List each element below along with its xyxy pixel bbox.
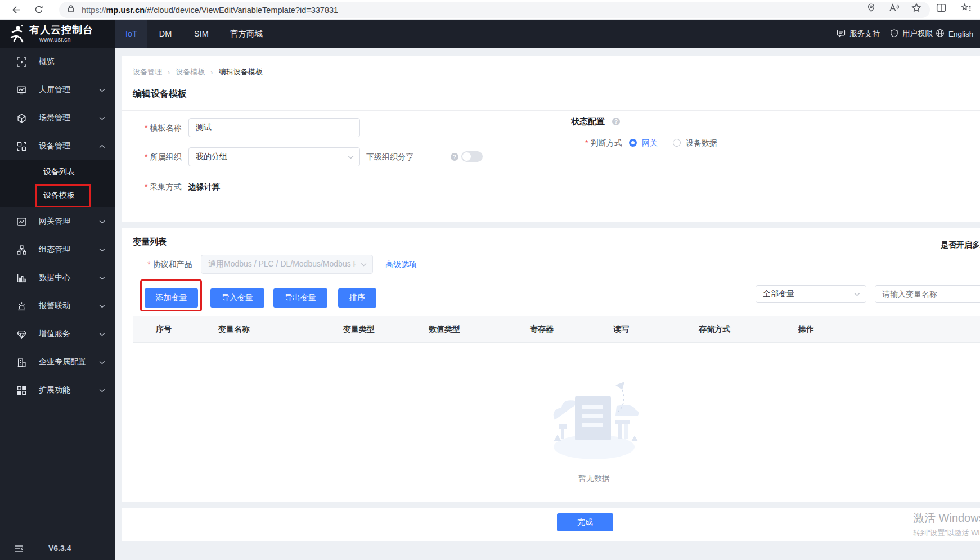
- sidebar-item-gateway-mgmt[interactable]: 网关管理: [0, 207, 115, 236]
- tab-dm[interactable]: DM: [151, 20, 180, 48]
- watermark-line1: 激活 Windows: [913, 511, 980, 526]
- alarm-icon: [17, 301, 26, 311]
- device-icon: [17, 142, 26, 151]
- col-actions: 操作: [798, 316, 814, 343]
- breadcrumb-current: 编辑设备模板: [219, 67, 263, 77]
- globe-icon: [936, 29, 945, 39]
- overview-icon: [17, 57, 26, 67]
- chevron-down-icon: [361, 263, 367, 267]
- export-variable-button[interactable]: 导出变量: [273, 288, 327, 308]
- breadcrumb-separator: ›: [168, 68, 170, 76]
- chevron-down-icon: [99, 304, 105, 308]
- chevron-down-icon: [99, 360, 105, 364]
- table-header-row: 序号 变量名称 变量类型 数值类型 寄存器 读写 存储方式 操作: [133, 316, 980, 343]
- collapse-sidebar-icon[interactable]: [15, 545, 24, 554]
- app-top-nav: 有人云控制台 www.usr.cn IoT DM SIM 官方商城 服务支持 用…: [0, 20, 980, 48]
- col-value-type: 数值类型: [429, 316, 460, 343]
- refresh-icon[interactable]: [32, 2, 46, 17]
- chevron-down-icon: [99, 332, 105, 336]
- variable-list-title: 变量列表: [133, 237, 167, 247]
- grid-squares-icon: [17, 386, 26, 395]
- sidebar: 概览 大屏管理 场景管理 设备管理 设备列表 设备模板 网关管理 组态: [0, 48, 115, 560]
- big-screen-icon: [17, 85, 26, 95]
- user-permissions-menu[interactable]: 用户权限: [890, 20, 933, 48]
- status-config-title: 状态配置: [571, 116, 605, 127]
- template-name-label: *模板名称: [145, 123, 181, 133]
- read-aloud-icon[interactable]: [889, 3, 900, 14]
- template-info-panel: 设备管理 › 设备模板 › 编辑设备模板 编辑设备模板 *模板名称 *所属组织 …: [122, 56, 980, 222]
- chevron-down-icon: [854, 292, 860, 296]
- lock-icon[interactable]: [67, 4, 78, 16]
- back-icon[interactable]: [8, 2, 23, 17]
- address-bar[interactable]: https://mp.usr.cn/#/cloud/device/ViewEdi…: [59, 2, 930, 18]
- radio-device-data[interactable]: [673, 139, 681, 147]
- sidebar-item-device-mgmt[interactable]: 设备管理: [0, 132, 115, 160]
- gem-shield-icon: [17, 329, 26, 339]
- sidebar-item-device-template[interactable]: 设备模板: [0, 184, 115, 207]
- collect-mode-value: 边缘计算: [188, 182, 220, 192]
- variable-search-input[interactable]: [875, 285, 980, 303]
- bar-chart-icon: [17, 273, 26, 283]
- language-menu[interactable]: English: [936, 20, 973, 48]
- variable-filter-select[interactable]: 全部变量: [756, 285, 866, 303]
- toggle-knob: [462, 152, 471, 161]
- device-mgmt-submenu: 设备列表 设备模板: [0, 160, 115, 207]
- add-variable-button[interactable]: 添加变量: [145, 288, 198, 308]
- sidebar-item-data-center[interactable]: 数据中心: [0, 264, 115, 292]
- tab-sim[interactable]: SIM: [185, 20, 218, 48]
- favorites-hub-icon[interactable]: [961, 3, 972, 14]
- radio-gateway[interactable]: [629, 139, 637, 147]
- org-label: *所属组织: [145, 152, 181, 162]
- done-button[interactable]: 完成: [557, 513, 613, 531]
- gateway-icon: [17, 217, 26, 227]
- building-icon: [17, 358, 26, 367]
- app-window: https://mp.usr.cn/#/cloud/device/ViewEdi…: [0, 0, 980, 560]
- sidebar-item-alarm-linkage[interactable]: 报警联动: [0, 292, 115, 320]
- service-support-menu[interactable]: 服务支持: [837, 20, 880, 48]
- tab-iot[interactable]: IoT: [115, 20, 147, 48]
- chevron-down-icon: [99, 88, 105, 92]
- variable-list-panel: 变量列表 是否开启多从 *协议和产品 通用Modbus / PLC / DL/M…: [122, 228, 980, 502]
- tab-official-mall[interactable]: 官方商城: [224, 20, 269, 48]
- chevron-down-icon: [99, 276, 105, 280]
- sidebar-item-enterprise-config[interactable]: 企业专属配置: [0, 348, 115, 376]
- sort-button[interactable]: 排序: [338, 288, 376, 308]
- col-index: 序号: [156, 316, 172, 343]
- col-variable-name: 变量名称: [218, 316, 250, 343]
- sidebar-item-overview[interactable]: 概览: [0, 48, 115, 76]
- protocol-label: *协议和产品: [147, 260, 192, 270]
- favorite-star-icon[interactable]: [911, 3, 923, 14]
- version-label: V6.3.4: [48, 544, 71, 553]
- divider: [560, 119, 560, 214]
- breadcrumb-separator: ›: [210, 68, 213, 76]
- brand-logo-block[interactable]: 有人云控制台 www.usr.cn: [0, 20, 115, 48]
- empty-state-illustration: [549, 381, 639, 462]
- template-name-input[interactable]: [188, 118, 360, 137]
- radio-gateway-label[interactable]: 网关: [642, 138, 658, 148]
- chevron-up-icon: [99, 144, 105, 148]
- import-variable-button[interactable]: 导入变量: [210, 288, 264, 308]
- sidebar-item-device-list[interactable]: 设备列表: [0, 160, 115, 184]
- org-select[interactable]: 我的分组: [188, 147, 360, 166]
- browser-toolbar: https://mp.usr.cn/#/cloud/device/ViewEdi…: [0, 0, 980, 20]
- breadcrumb-device-template[interactable]: 设备模板: [176, 67, 205, 77]
- sidebar-item-value-added-services[interactable]: 增值服务: [0, 320, 115, 348]
- status-help-question-icon[interactable]: ?: [612, 118, 620, 125]
- sidebar-item-screen-mgmt[interactable]: 大屏管理: [0, 76, 115, 104]
- sidebar-item-extensions[interactable]: 扩展功能: [0, 376, 115, 404]
- col-read-write: 读写: [613, 316, 629, 343]
- location-pin-icon[interactable]: [866, 3, 878, 14]
- split-screen-icon[interactable]: [936, 3, 947, 14]
- sub-org-share-label: 下级组织分享: [366, 152, 413, 162]
- help-question-icon[interactable]: ?: [451, 153, 458, 161]
- breadcrumb-device-mgmt[interactable]: 设备管理: [133, 67, 162, 77]
- shield-icon: [890, 29, 898, 39]
- sidebar-item-scene-mgmt[interactable]: 场景管理: [0, 104, 115, 132]
- brand-site: www.usr.cn: [39, 36, 71, 43]
- radio-device-data-label[interactable]: 设备数据: [686, 138, 717, 148]
- chevron-down-icon: [348, 155, 354, 159]
- sub-org-share-toggle[interactable]: [461, 151, 483, 162]
- sidebar-item-scada-mgmt[interactable]: 组态管理: [0, 236, 115, 264]
- advanced-options-link[interactable]: 高级选项: [385, 260, 417, 270]
- col-register: 寄存器: [530, 316, 554, 343]
